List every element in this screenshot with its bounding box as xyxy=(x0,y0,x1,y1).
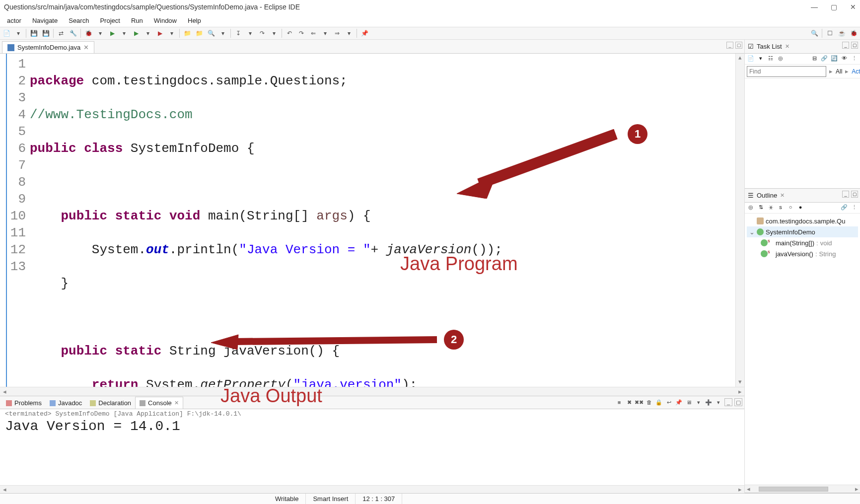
coverage-icon[interactable]: ▶ xyxy=(132,29,141,38)
menu-refactor[interactable]: actor xyxy=(2,16,26,25)
step-over-icon[interactable]: ↷ xyxy=(258,29,267,38)
dropdown-caret-icon[interactable]: ▾ xyxy=(96,29,105,38)
outline-horizontal-scrollbar[interactable]: ◂ ▸ xyxy=(745,485,860,493)
scroll-right-icon[interactable]: ▸ xyxy=(735,388,744,395)
find-input[interactable] xyxy=(747,66,826,77)
twisty-icon[interactable] xyxy=(749,217,755,225)
open-type-icon[interactable]: 🔍 xyxy=(207,29,215,38)
breakpoint-gutter[interactable] xyxy=(0,54,7,387)
view-menu-icon[interactable]: ⋮ xyxy=(850,55,858,63)
scroll-up-icon[interactable]: ▴ xyxy=(736,54,744,63)
menu-project[interactable]: Project xyxy=(95,16,125,25)
dropdown-caret-icon[interactable]: ▾ xyxy=(695,398,703,406)
maximize-button[interactable]: ▢ xyxy=(831,0,837,14)
search-icon[interactable]: 🔍 xyxy=(810,29,819,38)
hide-fields-icon[interactable]: ⚹ xyxy=(767,204,775,212)
minimize-view-icon[interactable]: _ xyxy=(842,42,849,49)
new-icon[interactable]: 📄 xyxy=(2,29,11,38)
hide-static-icon[interactable]: s xyxy=(777,204,785,212)
clear-console-icon[interactable]: 🗑 xyxy=(645,398,653,406)
outline-item-package[interactable]: com.testingdocs.sample.Qu xyxy=(747,216,858,226)
console-content[interactable]: <terminated> SystemInfoDemo [Java Applic… xyxy=(0,409,744,485)
tab-console[interactable]: ​ Console ✕ xyxy=(135,397,183,409)
terminate-icon[interactable]: ■ xyxy=(615,398,623,406)
scroll-left-icon[interactable]: ◂ xyxy=(0,388,9,395)
dropdown-caret-icon[interactable]: ▾ xyxy=(218,29,227,38)
close-tab-icon[interactable]: ✕ xyxy=(83,44,89,51)
dropdown-caret-icon[interactable]: ▾ xyxy=(246,29,255,38)
maximize-view-icon[interactable]: ▢ xyxy=(851,42,858,49)
close-icon[interactable]: ✕ xyxy=(780,192,785,199)
editor-tab-systeminfodemo[interactable]: SystemInfoDemo.java ✕ xyxy=(2,41,94,53)
minimize-button[interactable]: — xyxy=(811,0,818,14)
build-icon[interactable]: 🔧 xyxy=(69,29,77,38)
twisty-icon[interactable]: ⌄ xyxy=(749,228,755,236)
categorize-icon[interactable]: ☷ xyxy=(767,55,775,63)
link-icon[interactable]: 🔗 xyxy=(840,204,848,212)
dropdown-caret-icon[interactable]: ▾ xyxy=(270,29,279,38)
close-tab-icon[interactable]: ✕ xyxy=(174,400,179,406)
dropdown-caret-icon[interactable]: ▾ xyxy=(167,29,176,38)
hide-nonpublic-icon[interactable]: ○ xyxy=(787,204,794,212)
save-all-icon[interactable]: 💾 xyxy=(41,29,50,38)
new-class-icon[interactable]: 📁 xyxy=(195,29,204,38)
display-console-icon[interactable]: 🖥 xyxy=(685,398,693,406)
code-editor[interactable]: 1 2 3 4 5 6 7 8 9 10 11 12 13 package co… xyxy=(0,54,744,387)
hide-local-icon[interactable]: ● xyxy=(796,204,804,212)
perspective-java-icon[interactable]: ☕ xyxy=(837,29,846,38)
vertical-scrollbar[interactable]: ▴ ▾ xyxy=(735,54,744,387)
dropdown-caret-icon[interactable]: ▾ xyxy=(715,398,722,406)
tab-problems[interactable]: ​ Problems xyxy=(2,397,46,409)
scroll-left-icon[interactable]: ◂ xyxy=(0,486,9,493)
menu-help[interactable]: Help xyxy=(183,16,206,25)
code-area[interactable]: package com.testingdocs.sample.Questions… xyxy=(30,54,744,387)
redo-icon[interactable]: ↷ xyxy=(297,29,306,38)
perspective-open-icon[interactable]: ☐ xyxy=(825,29,834,38)
pin-console-icon[interactable]: 📌 xyxy=(675,398,683,406)
save-icon[interactable]: 💾 xyxy=(29,29,38,38)
pin-icon[interactable]: 📌 xyxy=(360,29,369,38)
scroll-right-icon[interactable]: ▸ xyxy=(853,485,860,493)
perspective-debug-icon[interactable]: 🐞 xyxy=(849,29,858,38)
step-icon[interactable]: ↧ xyxy=(234,29,243,38)
outline-item-method[interactable]: s main(String[]) : void xyxy=(747,237,858,248)
outline-item-method[interactable]: s javaVersion() : String xyxy=(747,248,858,259)
maximize-view-icon[interactable]: ▢ xyxy=(851,191,858,198)
console-horizontal-scrollbar[interactable]: ◂ ▸ xyxy=(0,485,744,493)
menu-window[interactable]: Window xyxy=(149,16,182,25)
dropdown-caret-icon[interactable]: ▾ xyxy=(345,29,354,38)
run-icon[interactable]: ▶ xyxy=(108,29,117,38)
debug-icon[interactable]: 🐞 xyxy=(84,29,93,38)
scroll-left-icon[interactable]: ◂ xyxy=(745,485,752,493)
open-console-icon[interactable]: ➕ xyxy=(705,398,713,406)
focus-icon[interactable]: ◎ xyxy=(747,204,755,212)
dropdown-caret-icon[interactable]: ▾ xyxy=(321,29,330,38)
tab-javadoc[interactable]: ​ Javadoc xyxy=(46,397,86,409)
scroll-lock-icon[interactable]: 🔒 xyxy=(655,398,663,406)
undo-icon[interactable]: ↶ xyxy=(285,29,294,38)
outline-item-class[interactable]: ⌄ SystemInfoDemo xyxy=(747,226,858,237)
forward-icon[interactable]: ⇒ xyxy=(333,29,342,38)
editor-horizontal-scrollbar[interactable]: ◂ ▸ xyxy=(0,387,744,396)
scroll-right-icon[interactable]: ▸ xyxy=(735,486,744,493)
dropdown-caret-icon[interactable]: ▾ xyxy=(757,55,765,63)
sort-icon[interactable]: ⇅ xyxy=(757,204,765,212)
menu-run[interactable]: Run xyxy=(126,16,148,25)
dropdown-caret-icon[interactable]: ▾ xyxy=(120,29,129,38)
maximize-view-icon[interactable]: ▢ xyxy=(734,398,742,406)
menu-search[interactable]: Search xyxy=(64,16,94,25)
toggle-icon[interactable]: ⇄ xyxy=(57,29,66,38)
outline-tree[interactable]: com.testingdocs.sample.Qu ⌄ SystemInfoDe… xyxy=(745,214,860,485)
link-icon[interactable]: 🔗 xyxy=(820,55,828,63)
close-icon[interactable]: ✕ xyxy=(785,43,789,50)
collapse-all-icon[interactable]: ⊟ xyxy=(810,55,818,63)
hide-icon[interactable]: 👁 xyxy=(840,55,848,63)
filter-all[interactable]: All xyxy=(836,68,842,75)
filter-activate[interactable]: Activate... xyxy=(852,68,860,75)
remove-icon[interactable]: ✖ xyxy=(625,398,633,406)
dropdown-caret-icon[interactable]: ▾ xyxy=(14,29,23,38)
scrollbar-thumb[interactable] xyxy=(759,487,828,492)
focus-icon[interactable]: ◎ xyxy=(777,55,785,63)
tab-declaration[interactable]: ​ Declaration xyxy=(86,397,135,409)
sync-icon[interactable]: 🔄 xyxy=(830,55,838,63)
